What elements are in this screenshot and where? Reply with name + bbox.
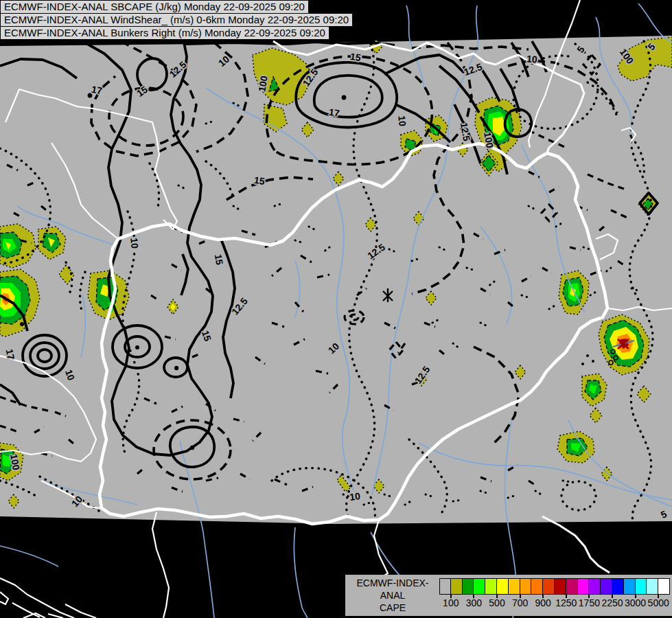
legend-tick-label: 500 <box>489 597 505 608</box>
legend-color-swatch <box>463 578 474 595</box>
legend-color-swatch <box>589 578 601 595</box>
legend-color-swatch <box>485 578 497 595</box>
legend-color-swatch <box>543 578 555 595</box>
legend-color-swatch <box>578 578 590 595</box>
legend-tick-label: 5000 <box>648 597 669 608</box>
legend-color-swatch <box>636 578 647 595</box>
legend-color-swatch <box>474 578 485 595</box>
legend-color-swatch <box>555 578 566 595</box>
legend-text-block: ECMWF-INDEX-ANAL CAPE J/kg <box>348 577 437 618</box>
legend-colorbar <box>439 578 670 595</box>
legend-color-swatch <box>439 578 451 595</box>
legend-color-swatch <box>531 578 543 595</box>
legend-color-swatch <box>624 578 636 595</box>
legend-color-swatch <box>612 578 624 595</box>
title-line-windshear: ECMWF-INDEX-ANAL WindShear_ (m/s) 0-6km … <box>0 13 353 27</box>
legend-tick-label: 1750 <box>579 597 600 608</box>
legend: ECMWF-INDEX-ANAL CAPE J/kg 1003005007009… <box>345 575 672 616</box>
weather-map-canvas <box>0 0 672 618</box>
title-line-bunkers-right: ECMWF-INDEX-ANAL Bunkers Right (m/s) Mon… <box>0 26 329 40</box>
legend-color-swatch <box>520 578 532 595</box>
legend-tick-label: 700 <box>512 597 528 608</box>
legend-tick-label: 3000 <box>625 597 646 608</box>
legend-color-swatch <box>566 578 578 595</box>
legend-color-swatch <box>647 578 658 595</box>
legend-color-swatch <box>451 578 463 595</box>
legend-parameter-label: CAPE <box>348 602 437 614</box>
legend-model-label: ECMWF-INDEX-ANAL <box>348 577 437 602</box>
legend-tick-label: 1250 <box>555 597 577 608</box>
legend-tick-label: 2250 <box>601 597 623 608</box>
legend-color-swatch <box>601 578 612 595</box>
legend-color-swatch <box>509 578 520 595</box>
legend-tick-label: 100 <box>443 597 459 608</box>
legend-units-label: J/kg <box>348 614 437 618</box>
legend-color-swatch <box>658 578 670 595</box>
legend-tick-label: 900 <box>535 597 551 608</box>
weather-map-screenshot: 1512.5101710012.515171012.512.5100105100… <box>0 0 672 618</box>
legend-tick-label: 300 <box>466 597 482 608</box>
legend-color-swatch <box>497 578 509 595</box>
title-line-sbcape: ECMWF-INDEX-ANAL SBCAPE (J/kg) Monday 22… <box>0 0 309 14</box>
